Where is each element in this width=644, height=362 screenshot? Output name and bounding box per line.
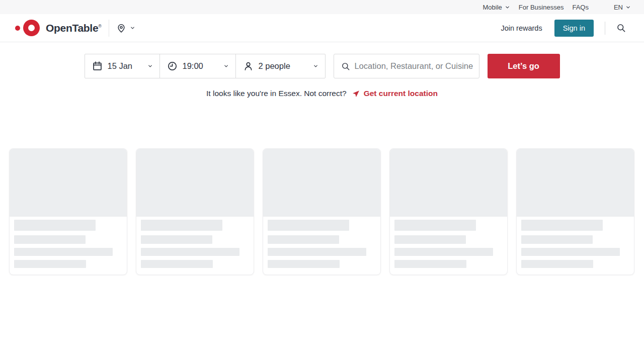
chevron-down-icon <box>313 63 318 69</box>
skeleton-card-body <box>390 217 507 268</box>
nav-mobile-label: Mobile <box>483 4 502 11</box>
skeleton-bar <box>14 235 86 244</box>
skeleton-image-placeholder <box>136 149 254 217</box>
skeleton-bar <box>394 235 466 244</box>
opentable-logo[interactable]: OpenTable® <box>15 20 102 36</box>
skeleton-card-body <box>517 217 634 268</box>
skeleton-bar <box>14 260 86 268</box>
time-value: 19:00 <box>183 61 203 71</box>
location-pin-icon <box>116 23 126 33</box>
reservation-search-bar: 15 Jan 19:00 2 people <box>0 54 644 78</box>
lets-go-button[interactable]: Let’s go <box>488 54 560 78</box>
chevron-down-icon <box>130 25 135 31</box>
skeleton-bar <box>521 248 620 256</box>
skeleton-bar <box>521 260 593 268</box>
language-selector[interactable]: EN <box>614 4 631 11</box>
location-notice: It looks like you're in Essex. Not corre… <box>0 89 644 98</box>
party-size-selector[interactable]: 2 people <box>236 54 325 78</box>
skeleton-bar <box>14 220 96 231</box>
skeleton-bar <box>521 220 603 231</box>
logo-circle <box>23 20 40 36</box>
sign-in-button[interactable]: Sign in <box>554 20 594 37</box>
skeleton-image-placeholder <box>517 149 634 217</box>
chevron-down-icon <box>223 63 229 69</box>
skeleton-bar <box>394 260 466 268</box>
search-icon <box>341 61 350 71</box>
skeleton-bar <box>394 220 476 231</box>
restaurant-card-skeleton <box>389 148 508 275</box>
header-actions: Join rewards Sign in <box>501 20 626 37</box>
restaurant-card-skeleton <box>136 148 254 275</box>
header-divider <box>605 22 605 35</box>
header-divider <box>109 20 109 37</box>
calendar-icon <box>92 61 103 71</box>
date-value: 15 Jan <box>108 61 133 71</box>
location-picker-button[interactable] <box>116 23 135 33</box>
skeleton-bar <box>141 220 222 231</box>
skeleton-bar <box>268 248 366 256</box>
restaurant-card-skeleton <box>9 148 127 275</box>
main-content: 15 Jan 19:00 2 people <box>0 54 644 275</box>
search-icon <box>616 23 626 33</box>
join-rewards-link[interactable]: Join rewards <box>501 24 542 32</box>
skeleton-image-placeholder <box>263 149 380 217</box>
location-search-input[interactable] <box>354 61 472 71</box>
skeleton-bar <box>141 235 212 244</box>
top-utility-bar: Mobile For Businesses FAQs EN <box>0 0 644 14</box>
chevron-down-icon <box>147 63 153 69</box>
skeleton-card-body <box>136 217 254 268</box>
location-notice-text: It looks like you're in Essex. Not corre… <box>206 89 347 98</box>
header-search-button[interactable] <box>616 23 626 33</box>
skeleton-bar <box>394 248 493 256</box>
registered-mark: ® <box>98 24 101 29</box>
reservation-selectors: 15 Jan 19:00 2 people <box>85 54 326 78</box>
get-current-location-button[interactable]: Get current location <box>352 89 438 98</box>
skeleton-card-body <box>10 217 127 268</box>
restaurant-card-skeleton <box>263 148 381 275</box>
location-search-field <box>334 54 479 78</box>
restaurant-card-skeletons <box>9 148 635 275</box>
nav-faqs[interactable]: FAQs <box>572 4 589 11</box>
skeleton-bar <box>268 260 340 268</box>
get-current-location-label: Get current location <box>364 89 438 98</box>
skeleton-card-body <box>263 217 380 268</box>
restaurant-card-skeleton <box>516 148 634 275</box>
chevron-down-icon <box>505 5 510 10</box>
time-selector[interactable]: 19:00 <box>160 54 236 78</box>
skeleton-image-placeholder <box>390 149 507 217</box>
person-icon <box>243 61 254 71</box>
clock-icon <box>167 61 178 71</box>
skeleton-bar <box>521 235 593 244</box>
brand-wordmark: OpenTable® <box>46 22 102 34</box>
skeleton-bar <box>14 248 113 256</box>
chevron-down-icon <box>625 5 631 10</box>
skeleton-image-placeholder <box>10 149 127 217</box>
logo-small-dot <box>15 26 20 31</box>
main-header: OpenTable® Join rewards Sign in <box>0 14 644 42</box>
skeleton-bar <box>268 235 339 244</box>
party-size-value: 2 people <box>259 61 290 71</box>
date-selector[interactable]: 15 Jan <box>85 54 160 78</box>
navigation-arrow-icon <box>352 89 360 98</box>
nav-for-businesses[interactable]: For Businesses <box>519 4 564 11</box>
nav-mobile[interactable]: Mobile <box>483 4 510 11</box>
language-label: EN <box>614 4 623 11</box>
skeleton-bar <box>141 248 239 256</box>
skeleton-bar <box>268 220 349 231</box>
skeleton-bar <box>141 260 213 268</box>
